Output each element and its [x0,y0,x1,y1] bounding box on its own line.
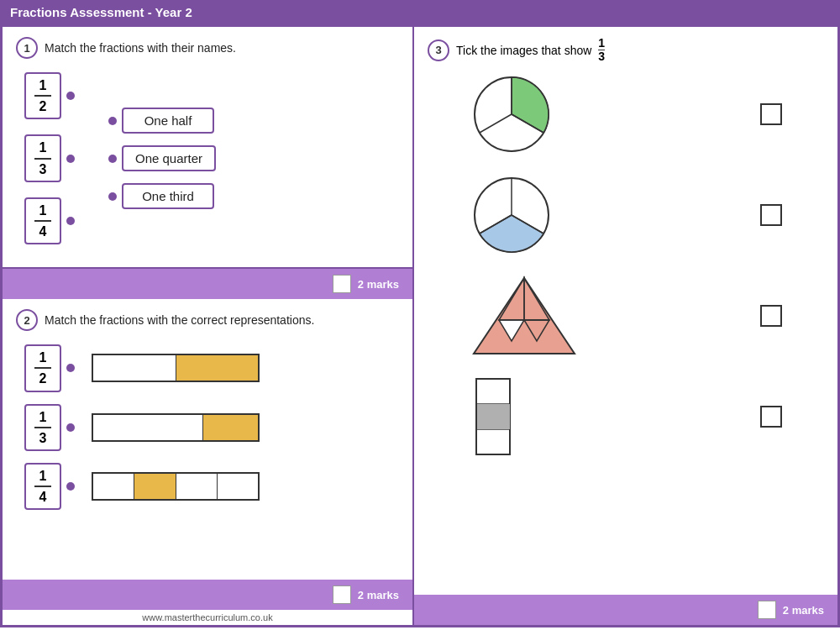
q1-fraction-row-3: 1 4 [24,197,75,244]
q1-names-column: One half One quarter One third [108,108,216,209]
name-box-one-quarter: One quarter [122,145,216,171]
q2-row-2: 1 3 [24,404,399,451]
right-panel: 3 Tick the images that show 1 3 [414,27,837,625]
tick-box-2[interactable] [760,204,782,226]
dot-name-1 [108,117,117,125]
pie-chart-blue [470,173,554,257]
q2-dot-3 [66,482,75,491]
q2-fraction-1-2: 1 2 [24,344,61,391]
q2-marks-checkbox[interactable] [333,585,351,604]
q2-fraction-1-4-row: 1 4 [24,463,75,510]
q2-fraction-1-3: 1 3 [24,404,61,451]
q2-fraction-1-2-row: 1 2 [24,344,75,391]
q3-footer: 2 marks [414,595,837,625]
dot-name-2 [108,155,117,163]
bar-halves [92,354,260,382]
name-row-one-third: One third [108,183,216,209]
question-3-section: 3 Tick the images that show 1 3 [414,27,837,595]
rectangle-thirds [470,375,517,459]
q1-fraction-row-2: 1 3 [24,134,75,181]
pie-chart-green [470,72,554,156]
q1-marks-label: 2 marks [358,278,399,291]
q2-number: 2 [16,309,38,331]
q3-image-row-1 [436,72,816,156]
q2-title: 2 Match the fractions with the correct r… [16,309,399,331]
q3-marks-checkbox[interactable] [758,601,776,619]
title-bar: Fractions Assessment - Year 2 [0,0,840,24]
q1-instruction: Match the fractions with their names. [45,41,236,55]
dot-3 [66,217,75,225]
q2-fraction-1-3-row: 1 3 [24,404,75,451]
q2-fraction-1-4: 1 4 [24,463,61,510]
website-footer: www.masterthecurriculum.co.uk [3,610,412,625]
name-row-one-half: One half [108,108,216,134]
q3-fraction-inline: 1 3 [598,37,605,64]
q3-image-row-4 [436,375,816,459]
q2-row-1: 1 2 [24,344,399,391]
tick-box-3[interactable] [760,305,782,327]
q2-marks-label: 2 marks [358,589,399,601]
name-box-one-half: One half [122,108,214,134]
q1-footer: 2 marks [3,269,412,299]
q1-fractions-column: 1 2 1 3 [24,72,75,244]
tick-box-4[interactable] [760,406,782,428]
q2-marks: 2 marks [333,585,399,604]
svg-rect-17 [477,404,510,429]
page-title: Fractions Assessment - Year 2 [10,5,192,19]
fraction-1-2: 1 2 [24,72,61,119]
dot-1 [66,92,75,100]
q3-images-grid [428,72,824,459]
triangle-shape [470,274,579,358]
q3-number: 3 [428,39,449,61]
q3-marks-label: 2 marks [783,604,824,617]
question-2-section: 2 Match the fractions with the correct r… [3,299,412,580]
q2-footer: 2 marks [3,580,412,610]
q2-instruction: Match the fractions with the correct rep… [45,313,314,327]
q2-content: 1 2 1 [24,344,399,510]
q1-number: 1 [16,37,38,59]
fraction-1-3: 1 3 [24,134,61,181]
q3-instruction: Tick the images that show [456,44,591,57]
q3-image-row-2 [436,173,816,257]
q2-row-3: 1 4 [24,463,399,510]
q1-marks-checkbox[interactable] [333,275,351,293]
q1-fraction-row-1: 1 2 [24,72,75,119]
bar-thirds [92,413,260,442]
q3-title: 3 Tick the images that show 1 3 [428,37,824,64]
dot-2 [66,155,75,163]
q3-image-row-3 [436,274,816,358]
q1-title: 1 Match the fractions with their names. [16,37,399,59]
name-row-one-quarter: One quarter [108,145,216,171]
question-1-section: 1 Match the fractions with their names. … [3,27,412,269]
fraction-1-4: 1 4 [24,197,61,244]
q2-dot-2 [66,423,75,432]
q3-marks: 2 marks [758,601,824,619]
dot-name-3 [108,192,117,201]
q1-marks: 2 marks [333,275,399,293]
name-box-one-third: One third [122,183,214,209]
tick-box-1[interactable] [760,103,782,125]
bar-quarters [92,472,260,501]
q2-dot-1 [66,364,75,372]
